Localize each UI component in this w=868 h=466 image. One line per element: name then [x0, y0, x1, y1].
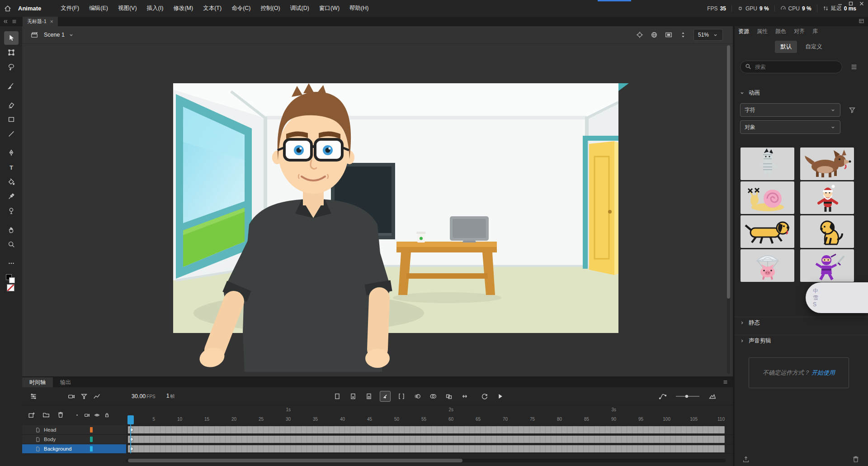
- subselection-transform-tool[interactable]: [4, 46, 19, 59]
- auto-keyframe-icon[interactable]: [380, 391, 391, 402]
- document-tab[interactable]: 无标题-1 ×: [23, 17, 58, 26]
- fluid-brush-tool[interactable]: [4, 79, 19, 93]
- scene-chevron-icon[interactable]: [68, 32, 74, 38]
- timeline-zoom-max-icon[interactable]: [708, 391, 717, 401]
- floating-translate-widget[interactable]: 中雪S: [806, 282, 868, 313]
- layer-row-body[interactable]: Body: [22, 435, 733, 444]
- widget-glyph[interactable]: 雪: [813, 295, 868, 301]
- layer-row-head[interactable]: Head: [22, 425, 733, 435]
- zoom-level-dropdown[interactable]: 51%: [693, 29, 723, 41]
- rotation-tool-icon[interactable]: [650, 31, 658, 39]
- panel-tab[interactable]: 颜色: [775, 28, 786, 35]
- close-button[interactable]: [857, 0, 866, 7]
- tab-close-icon[interactable]: ×: [50, 19, 53, 25]
- search-input[interactable]: [740, 61, 842, 73]
- insert-blank-keyframe-icon[interactable]: [364, 391, 374, 401]
- timeline-zoom-slider[interactable]: [674, 392, 701, 400]
- adjust-graph-icon[interactable]: [92, 391, 102, 401]
- no-color-swatch[interactable]: [7, 284, 14, 291]
- frame-rate[interactable]: 30.00FPS: [132, 393, 156, 399]
- eyedropper-tool[interactable]: [4, 190, 19, 203]
- object-category-select[interactable]: 对象: [740, 120, 840, 134]
- stage-vertical-scrollbar[interactable]: [727, 45, 730, 374]
- timeline-menu-icon[interactable]: [722, 379, 728, 385]
- zoom-tool[interactable]: [4, 238, 19, 251]
- pen-tool[interactable]: [4, 146, 19, 160]
- layer-view-icon[interactable]: [28, 391, 38, 401]
- layer-outline-color[interactable]: [90, 437, 93, 442]
- asset-thumb-ninja[interactable]: [800, 249, 854, 282]
- menu-item[interactable]: 控制(O): [256, 0, 285, 17]
- menu-item[interactable]: 编辑(E): [84, 0, 113, 17]
- asset-mode-tab[interactable]: 自定义: [800, 41, 828, 53]
- asset-thumb-snail[interactable]: [741, 181, 794, 214]
- paint-bucket-tool[interactable]: [4, 175, 19, 189]
- menu-item[interactable]: 帮助(H): [344, 0, 373, 17]
- asset-mode-tab[interactable]: 默认: [775, 41, 797, 53]
- lasso-tool[interactable]: [4, 60, 19, 74]
- color-swatches[interactable]: [6, 274, 17, 290]
- menu-item[interactable]: 调试(D): [285, 0, 314, 17]
- character-category-select[interactable]: 字符: [740, 103, 840, 117]
- text-tool[interactable]: T: [4, 161, 19, 174]
- playhead[interactable]: [127, 415, 134, 424]
- share-asset-icon[interactable]: [742, 455, 750, 465]
- loop-icon[interactable]: [480, 391, 490, 401]
- frame-span-icon[interactable]: [396, 391, 406, 401]
- panel-tab[interactable]: 库: [812, 28, 818, 35]
- more-tools-button[interactable]: [4, 257, 19, 270]
- section-audio[interactable]: 声音剪辑: [735, 335, 868, 347]
- layer-frames-strip[interactable]: [128, 445, 725, 452]
- asset-thumb-mummy[interactable]: [741, 147, 794, 180]
- stage-canvas[interactable]: [173, 83, 634, 373]
- selection-tool[interactable]: [4, 31, 19, 45]
- widget-glyph[interactable]: 中: [813, 288, 868, 294]
- insert-frame-icon[interactable]: [332, 391, 342, 401]
- scene-name[interactable]: Scene 1: [44, 32, 65, 38]
- asset-thumb-dachshund[interactable]: [741, 215, 794, 248]
- layer-frames-strip[interactable]: [128, 426, 725, 433]
- edit-multiple-frames-icon[interactable]: [444, 391, 454, 401]
- anchor-markers-icon[interactable]: [460, 391, 470, 401]
- center-stage-icon[interactable]: [636, 31, 644, 39]
- layer-outline-color[interactable]: [90, 446, 93, 452]
- rectangle-tool[interactable]: [4, 113, 19, 126]
- workspace-menu-icon[interactable]: [859, 18, 864, 24]
- menu-item[interactable]: 窗口(W): [314, 0, 344, 17]
- camera-icon[interactable]: [66, 391, 76, 401]
- insert-keyframe-icon[interactable]: [348, 391, 358, 401]
- asset-thumb-werewolf[interactable]: [800, 147, 854, 180]
- fill-color-swatch[interactable]: [9, 277, 15, 283]
- filter-icon[interactable]: [848, 106, 856, 115]
- menu-item[interactable]: 命令(C): [226, 0, 255, 17]
- section-static[interactable]: 静态: [735, 317, 868, 328]
- asset-warp-tool[interactable]: [4, 204, 19, 218]
- panel-tab[interactable]: 对齐: [794, 28, 805, 35]
- bezier-easing-icon[interactable]: [658, 391, 668, 401]
- asset-thumb-parachute-pig[interactable]: [741, 249, 794, 282]
- timeline-tab[interactable]: 时间轴: [22, 377, 53, 387]
- line-tool[interactable]: [4, 127, 19, 141]
- layer-frames-strip[interactable]: [128, 436, 725, 443]
- chevrons-left-icon[interactable]: [3, 19, 9, 24]
- play-button[interactable]: [495, 391, 505, 401]
- layer-depth-icon[interactable]: [79, 391, 89, 401]
- asset-thumb-santa[interactable]: [800, 181, 854, 214]
- clip-content-icon[interactable]: [665, 31, 673, 39]
- panel-tab[interactable]: 属性: [757, 28, 768, 35]
- delete-asset-icon[interactable]: [852, 455, 860, 465]
- view-toggle-icon[interactable]: [850, 63, 858, 72]
- tab-list-icon[interactable]: [11, 19, 17, 24]
- panel-tab[interactable]: 资源: [738, 28, 749, 35]
- menu-item[interactable]: 文件(F): [56, 0, 84, 17]
- home-icon[interactable]: [0, 5, 15, 13]
- maximize-button[interactable]: [846, 0, 855, 7]
- section-animation[interactable]: 动画: [735, 87, 868, 99]
- onion-skin-outline-icon[interactable]: [428, 391, 438, 401]
- asset-thumb-puppy[interactable]: [800, 215, 854, 248]
- ruler-seconds[interactable]: 1s2s3s: [22, 405, 733, 414]
- get-started-link[interactable]: 开始使用: [811, 369, 835, 377]
- widget-glyph[interactable]: S: [813, 301, 868, 308]
- zoom-stepper[interactable]: [679, 31, 687, 39]
- layer-row-background[interactable]: Background: [22, 444, 733, 454]
